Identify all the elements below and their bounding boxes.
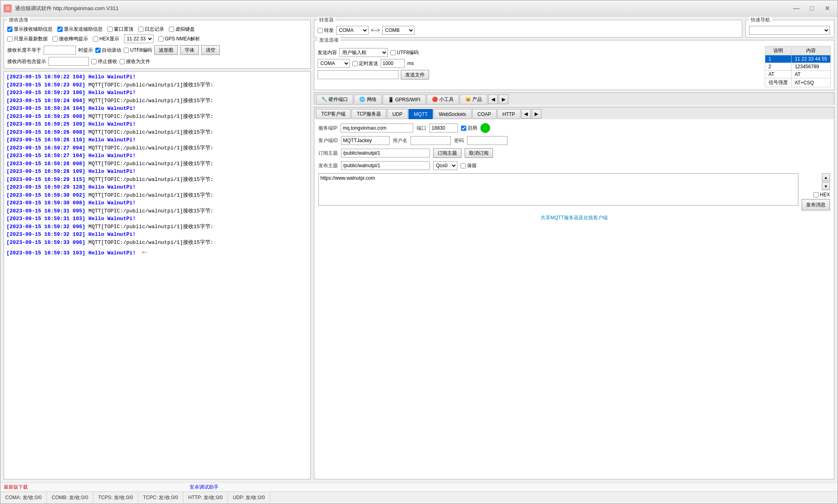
log-message: Hello WalnutPi! [88, 250, 136, 256]
password-label: 密码 [454, 137, 464, 144]
hex-display-checkbox[interactable]: HEX显示 [93, 36, 119, 42]
send-row-content: 11 22 33 44 55 [791, 55, 830, 63]
show-latest-checkbox[interactable]: 只显示最新数据 [7, 36, 48, 42]
port-input[interactable] [430, 124, 458, 132]
send-content-select[interactable]: 用户输入框 [339, 48, 388, 57]
send-table-row[interactable]: 信号强度AT+CSQ [765, 78, 830, 87]
username-input[interactable] [411, 136, 451, 145]
stop-recv-checkbox[interactable]: 停止接收 [91, 58, 117, 65]
length-input[interactable] [44, 46, 76, 55]
log-timestamp: [2023-09-15 16:59:29 128] [6, 184, 85, 190]
log-timestamp: [2023-09-15 16:59:26 110] [6, 137, 85, 143]
log-message: Hello WalnutPi! [88, 74, 136, 80]
status-item: COMB: 发/收:0/0 [47, 492, 93, 504]
forwarder-group: 转发器 转发 COMA <--> COMB [314, 20, 742, 38]
log-line: [2023-09-15 16:59:33 096] MQTT[TOPIC:/pu… [6, 239, 308, 247]
wave-btn[interactable]: 波形图 [154, 45, 178, 55]
content-hint-input[interactable] [48, 57, 89, 66]
timed-send-input[interactable] [381, 59, 405, 68]
log-line: [2023-09-15 16:59:29 115] MQTT[TOPIC:/pu… [6, 176, 308, 184]
tab-hardware-port[interactable]: 🔧 硬件端口 [316, 94, 353, 105]
retain-checkbox[interactable]: 保留 [461, 162, 477, 169]
close-button[interactable]: ✕ [820, 3, 834, 14]
password-input[interactable] [467, 136, 507, 145]
protocol-tab-next[interactable]: ▶ [532, 109, 541, 119]
tab-product[interactable]: 😺 产品 [460, 94, 487, 105]
unsubscribe-btn[interactable]: 取消订阅 [465, 148, 493, 158]
log-message: MQTT[TOPIC:/public/walnutpi/1]接收15字节: [88, 82, 213, 88]
gps-nmea-checkbox[interactable]: GPS NMEA解析 [158, 36, 200, 42]
qos-select[interactable]: Qos0 Qos1 Qos2 [433, 161, 457, 170]
ms-label: ms [407, 61, 414, 66]
show-recv-info-checkbox[interactable]: 显示接收辅助信息 [7, 26, 53, 33]
tab-tcp-client[interactable]: TCP客户端 [316, 109, 351, 119]
scroll-down-btn[interactable]: ▼ [822, 182, 830, 190]
publish-btn[interactable]: 发布消息 [802, 199, 830, 210]
clear-btn[interactable]: 清空 [201, 45, 220, 55]
log-line: [2023-09-15 16:59:31 103] Hello WalnutPi… [6, 215, 308, 223]
utf8-encode-checkbox[interactable]: UTF8编码 [124, 47, 152, 54]
publish-topic-row: 发布主题 Qos0 Qos1 Qos2 保留 [318, 161, 830, 170]
send-table-row[interactable]: 111 22 33 44 55 [765, 55, 830, 63]
protocol-tab-prev[interactable]: ◀ [521, 109, 531, 119]
maximize-button[interactable]: □ [804, 3, 819, 14]
log-line: [2023-09-15 16:59:24 104] Hello WalnutPi… [6, 105, 308, 113]
hex-label: HEX [820, 192, 830, 197]
auto-scroll-checkbox[interactable]: 自动滚动 [95, 47, 121, 54]
send-data-input[interactable] [318, 70, 398, 79]
tab-http[interactable]: HTTP [497, 109, 520, 119]
message-textarea[interactable]: https://www.walnutpi.com [318, 173, 798, 206]
shared-link[interactable]: 共享MQTT服务器及在线客户端 [318, 213, 830, 223]
tab-network[interactable]: 🌐 网络 [354, 94, 381, 105]
hex-checkbox[interactable]: HEX [813, 192, 830, 197]
send-file-btn[interactable]: 发送文件 [401, 70, 429, 80]
log-record-checkbox[interactable]: 日志记录 [138, 26, 164, 33]
log-message: MQTT[TOPIC:/public/walnutpi/1]接收15字节: [88, 239, 213, 246]
forwarder-port-b[interactable]: COMB [382, 26, 415, 35]
client-id-input[interactable] [341, 136, 390, 145]
enable-checkbox[interactable]: 启用 [461, 125, 477, 132]
subscribe-btn[interactable]: 订阅主题 [433, 148, 461, 158]
send-port-select[interactable]: COMA [318, 59, 350, 68]
download-link[interactable]: 最新版下载 [4, 484, 28, 491]
window-top-checkbox[interactable]: 窗口置顶 [107, 26, 133, 33]
send-utf8-checkbox[interactable]: UTF8编码 [390, 49, 419, 56]
tab-tools[interactable]: 🔴 小工具 [427, 94, 459, 105]
subscribe-topic-input[interactable] [341, 149, 430, 158]
recv-beep-checkbox[interactable]: 接收蜂鸣提示 [53, 36, 88, 42]
font-btn[interactable]: 字体 [180, 45, 199, 55]
send-table-row[interactable]: ATAT [765, 71, 830, 78]
tab-tcp-server[interactable]: TCP服务器 [352, 109, 386, 119]
hardware-tab-next[interactable]: ▶ [499, 94, 508, 104]
tab-udp[interactable]: UDP [387, 109, 408, 119]
publish-topic-input[interactable] [341, 161, 430, 170]
virtual-keyboard-checkbox[interactable]: 虚拟键盘 [169, 26, 195, 33]
main-window: 猫 通信猫调试软件 http://tongxinmao.com V311 — □… [0, 0, 838, 504]
tab-coap[interactable]: COAP [472, 109, 497, 119]
send-table-row[interactable]: 2123456789 [765, 63, 830, 71]
forwarder-port-a[interactable]: COMA [336, 26, 368, 35]
log-timestamp: [2023-09-15 16:59:28 098] [6, 161, 85, 167]
tab-websockets[interactable]: WebSockets [434, 109, 471, 119]
tab-gprs-wifi[interactable]: 📱 GPRS/WIFI [383, 94, 426, 105]
log-timestamp: [2023-09-15 16:59:30 092] [6, 192, 85, 198]
log-message: MQTT[TOPIC:/public/walnutpi/1]接收15字节: [88, 145, 213, 151]
minimize-button[interactable]: — [789, 3, 804, 14]
show-send-info-checkbox[interactable]: 显示发送辅助信息 [57, 26, 103, 33]
server-ip-input[interactable] [341, 124, 413, 132]
android-link[interactable]: 安卓调试助手 [189, 484, 219, 491]
hardware-tab-prev[interactable]: ◀ [488, 94, 498, 104]
scroll-up-btn[interactable]: ▲ [822, 173, 830, 181]
tab-mqtt[interactable]: MQTT [408, 109, 433, 119]
timed-send-checkbox[interactable]: 定时发送 [352, 60, 378, 67]
log-line: [2023-09-15 16:59:32 096] MQTT[TOPIC:/pu… [6, 223, 308, 231]
log-line: [2023-09-15 16:59:25 109] Hello WalnutPi… [6, 120, 308, 128]
hex-value-select[interactable]: 11 22 33 [124, 34, 154, 43]
quick-nav-select[interactable] [749, 26, 830, 35]
recv-to-file-checkbox[interactable]: 接收为文件 [120, 58, 150, 65]
retain-label: 保留 [467, 162, 477, 169]
log-timestamp: [2023-09-15 16:59:32 096] [6, 224, 85, 230]
log-line: [2023-09-15 16:59:30 098] Hello WalnutPi… [6, 199, 308, 207]
send-options-group: 发送选项 发送内容 用户输入框 UTF8编码 [314, 40, 834, 90]
forward-checkbox[interactable]: 转发 [318, 27, 334, 34]
